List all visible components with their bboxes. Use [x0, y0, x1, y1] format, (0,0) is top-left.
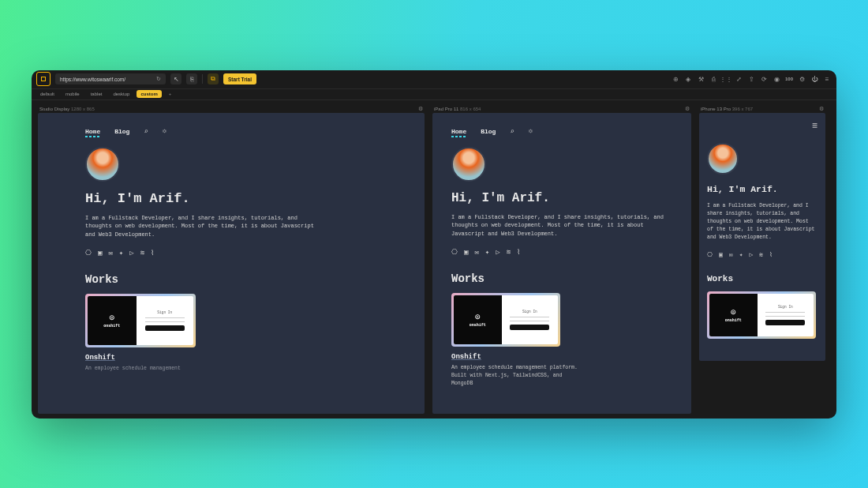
tab-tablet[interactable]: tablet [87, 90, 107, 98]
site-nav: Home Blog ⌕ ☼ [451, 127, 672, 136]
preview-frame-iphone[interactable]: ≡ Hi, I'm Arif. I am a Fullstack Develop… [699, 113, 825, 361]
github-icon[interactable]: ⎔ [451, 248, 458, 257]
wrench-icon[interactable]: ⚒ [696, 74, 705, 84]
linkedin-icon[interactable]: ▣ [464, 248, 468, 257]
vp-name: Studio Display [39, 107, 69, 111]
settings-icon[interactable]: ⚙ [797, 74, 806, 84]
app-logo[interactable] [36, 72, 51, 86]
bio-text: I am a Fullstack Developer, and I share … [85, 214, 322, 240]
rss-icon[interactable]: ⌇ [769, 251, 773, 258]
hamburger-icon[interactable]: ≡ [812, 121, 817, 132]
github-icon[interactable]: ⎔ [707, 251, 713, 258]
stack-icon[interactable]: ≋ [759, 251, 763, 258]
hero-heading: Hi, I'm Arif. [85, 191, 377, 206]
work-desc: An employee schedule management [85, 365, 219, 373]
social-row: ⎔ ▣ ✉ ✦ ▷ ≋ ⌇ [707, 251, 817, 258]
vp-dim: 1280 x 865 [71, 107, 95, 111]
url-text: https://www.witoswaarif.com/ [60, 77, 125, 82]
theme-icon[interactable]: ☼ [529, 127, 533, 135]
social-row: ⎔ ▣ ✉ ✦ ▷ ≋ ⌇ [85, 249, 377, 257]
hero-heading: Hi, I'm Arif. [451, 191, 672, 205]
mail-icon[interactable]: ✉ [108, 249, 112, 257]
work-brand-label: onshift [725, 318, 742, 323]
tab-add[interactable]: + [165, 90, 176, 98]
avatar [707, 143, 739, 175]
start-trial-button[interactable]: Start Trial [223, 73, 256, 84]
target-icon[interactable]: ⊕ [671, 74, 680, 84]
stack-icon[interactable]: ≋ [507, 248, 511, 257]
tab-default[interactable]: default [36, 90, 58, 98]
hero-heading: Hi, I'm Arif. [707, 184, 817, 194]
linkedin-icon[interactable]: ▣ [98, 249, 102, 257]
vp-dim: 396 x 767 [732, 107, 753, 111]
mail-icon[interactable]: ✉ [729, 251, 733, 258]
youtube-icon[interactable]: ▷ [129, 249, 133, 257]
rss-icon[interactable]: ⌇ [151, 249, 154, 257]
linkedin-icon[interactable]: ▣ [719, 251, 723, 258]
works-heading: Works [451, 272, 672, 285]
vp-settings-icon[interactable]: ⚙ [819, 106, 824, 112]
work-signin-label: Sign In [157, 310, 172, 314]
nav-blog[interactable]: Blog [114, 128, 129, 135]
twitter-icon[interactable]: ✦ [739, 251, 743, 258]
work-card[interactable]: ◎onshift Sign In [707, 291, 816, 339]
work-signin-label: Sign In [522, 310, 537, 313]
right-toolbar: ⊕ ◈ ⚒ ⎙ ⋮⋮ ⤢ ⇪ ⟳ ◉ 100 ⚙ ⏻ ≡ [671, 74, 832, 84]
work-brand-label: onshift [470, 323, 486, 328]
export-icon[interactable]: ⇪ [746, 74, 756, 84]
grid-icon[interactable]: ⋮⋮ [721, 74, 731, 84]
vp-settings-icon[interactable]: ⚙ [685, 106, 690, 112]
expand-icon[interactable]: ⤢ [734, 74, 743, 84]
nav-blog[interactable]: Blog [481, 128, 496, 135]
vp-name: iPhone 13 Pro [701, 107, 731, 111]
zoom-100-badge[interactable]: 100 [784, 74, 794, 84]
search-icon[interactable]: ⌕ [510, 127, 514, 136]
preview-frame-studio[interactable]: Home Blog ⌕ ☼ Hi, I'm Arif. I am a Fulls… [38, 113, 425, 414]
refresh-icon[interactable]: ↻ [156, 76, 161, 82]
app-window: https://www.witoswaarif.com/ ↻ ↖ ⎘ ⧉ Sta… [32, 70, 836, 419]
layers-icon[interactable]: ◈ [683, 74, 693, 84]
mail-icon[interactable]: ✉ [474, 248, 478, 257]
url-input[interactable]: https://www.witoswaarif.com/ ↻ [55, 73, 166, 84]
attach-icon[interactable]: ⎙ [709, 74, 718, 84]
tab-custom[interactable]: custom [137, 90, 161, 98]
preview-frame-ipad[interactable]: Home Blog ⌕ ☼ Hi, I'm Arif. I am a Fulls… [432, 113, 691, 414]
viewport-studio-display: Studio Display 1280 x 865 ⚙ Home Blog ⌕ … [38, 105, 425, 414]
youtube-icon[interactable]: ▷ [749, 251, 753, 258]
highlight-icon[interactable]: ⧉ [208, 73, 219, 84]
clip-icon[interactable]: ⎘ [186, 73, 197, 84]
work-card[interactable]: ◎onshift Sign In [451, 293, 560, 347]
social-row: ⎔ ▣ ✉ ✦ ▷ ≋ ⌇ [451, 248, 672, 257]
vp-settings-icon[interactable]: ⚙ [418, 106, 423, 112]
tab-mobile[interactable]: mobile [62, 90, 84, 98]
work-signin-label: Sign In [778, 305, 793, 309]
twitter-icon[interactable]: ✦ [485, 248, 489, 257]
viewport-surface: Studio Display 1280 x 865 ⚙ Home Blog ⌕ … [32, 100, 836, 419]
nav-home[interactable]: Home [451, 128, 466, 135]
theme-icon[interactable]: ☼ [163, 127, 166, 135]
work-title-link[interactable]: Onshift [451, 353, 672, 361]
works-heading: Works [85, 273, 377, 286]
avatar [451, 147, 486, 182]
work-title-link[interactable]: Onshift [85, 354, 377, 362]
vp-name: iPad Pro 11 [434, 107, 458, 111]
tab-desktop[interactable]: desktop [109, 90, 133, 98]
vp-dim: 816 x 654 [460, 107, 481, 111]
bio-text: I am a Fullstack Developer, and I share … [707, 202, 817, 242]
work-card[interactable]: ◎onshift Sign In [85, 294, 196, 347]
viewport-iphone-13-pro: iPhone 13 Pro 396 x 767 ⚙ ≡ Hi, I'm Arif… [699, 105, 825, 414]
rotate-icon[interactable]: ⟳ [759, 74, 769, 84]
power-icon[interactable]: ⏻ [810, 74, 819, 84]
top-toolbar: https://www.witoswaarif.com/ ↻ ↖ ⎘ ⧉ Sta… [32, 70, 836, 89]
youtube-icon[interactable]: ▷ [496, 248, 499, 257]
cursor-icon[interactable]: ↖ [170, 73, 181, 84]
rss-icon[interactable]: ⌇ [517, 248, 520, 257]
menu-icon[interactable]: ≡ [822, 74, 832, 84]
site-nav: Home Blog ⌕ ☼ [85, 127, 377, 136]
twitter-icon[interactable]: ✦ [119, 249, 123, 257]
github-icon[interactable]: ⎔ [85, 249, 92, 257]
camera-icon[interactable]: ◉ [772, 74, 781, 84]
nav-home[interactable]: Home [85, 128, 100, 135]
search-icon[interactable]: ⌕ [144, 127, 148, 136]
stack-icon[interactable]: ≋ [140, 249, 144, 257]
